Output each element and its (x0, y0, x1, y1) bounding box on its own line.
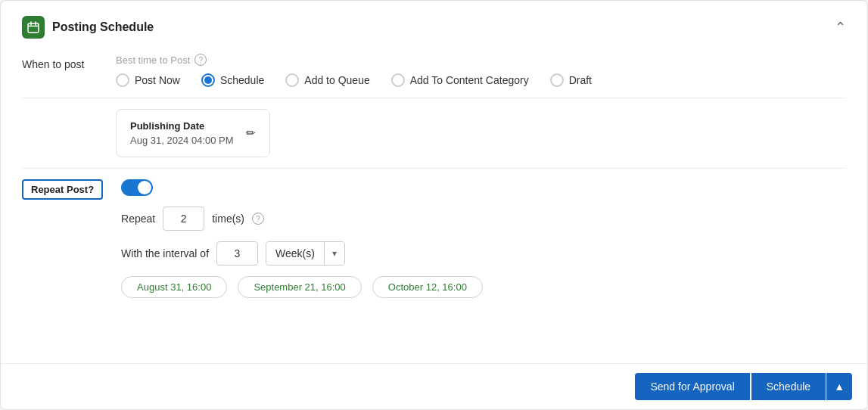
interval-unit-label: Week(s) (266, 242, 325, 265)
option-draft[interactable]: Draft (550, 73, 592, 87)
repeat-value-input[interactable] (163, 207, 204, 231)
when-to-post-label: When to post (22, 54, 98, 70)
posting-schedule-icon (22, 16, 45, 39)
option-schedule-label: Schedule (220, 74, 264, 86)
section-header: Posting Schedule ⌃ (22, 16, 846, 39)
repeat-post-row: Repeat Post? Repeat time(s) ? With the i… (22, 179, 846, 298)
when-to-post-row: When to post Best time to Post ? Post No… (22, 54, 846, 87)
schedule-dropdown-button[interactable]: ▲ (826, 373, 852, 400)
repeat-label: Repeat (121, 213, 155, 225)
date-chip-1[interactable]: August 31, 16:00 (121, 276, 227, 298)
radio-post-now[interactable] (116, 73, 129, 87)
option-add-to-content-category[interactable]: Add To Content Category (391, 73, 529, 87)
send-for-approval-button[interactable]: Send for Approval (635, 373, 749, 400)
footer: Send for Approval Schedule ▲ (1, 363, 867, 409)
option-draft-label: Draft (569, 74, 592, 86)
publishing-date-card: Publishing Date Aug 31, 2024 04:00 PM ✏ (116, 109, 270, 157)
interval-value-input[interactable] (216, 241, 258, 266)
repeat-times-row: Repeat time(s) ? (121, 207, 483, 231)
date-chip-3[interactable]: October 12, 16:00 (372, 276, 483, 298)
option-add-to-content-category-label: Add To Content Category (410, 74, 529, 86)
radio-draft[interactable] (550, 73, 564, 87)
radio-add-to-queue[interactable] (285, 73, 299, 87)
repeat-unit: time(s) (212, 213, 244, 225)
interval-row: With the interval of Week(s) ▾ (121, 241, 483, 266)
interval-label: With the interval of (121, 247, 209, 259)
date-chips: August 31, 16:00 September 21, 16:00 Oct… (121, 276, 483, 298)
divider-2 (22, 168, 846, 169)
publishing-date-value: Aug 31, 2024 04:00 PM (130, 135, 234, 146)
option-add-to-queue-label: Add to Queue (304, 74, 369, 86)
option-schedule[interactable]: Schedule (201, 73, 264, 87)
repeat-post-toggle[interactable] (121, 179, 153, 196)
posting-options-group: Post Now Schedule Add to Queue Add To Co… (116, 73, 846, 87)
svg-rect-0 (28, 23, 39, 33)
repeat-post-label: Repeat Post? (22, 179, 103, 200)
radio-add-to-content-category[interactable] (391, 73, 405, 87)
radio-schedule[interactable] (201, 73, 215, 87)
publishing-date-title: Publishing Date (130, 120, 234, 132)
collapse-button[interactable]: ⌃ (835, 19, 846, 36)
option-add-to-queue[interactable]: Add to Queue (285, 73, 369, 87)
interval-unit-select[interactable]: Week(s) ▾ (266, 241, 345, 266)
divider-1 (22, 98, 846, 98)
schedule-button[interactable]: Schedule (751, 373, 826, 400)
repeat-help-icon[interactable]: ? (252, 213, 264, 225)
section-title: Posting Schedule (52, 20, 154, 34)
publishing-date-section: Publishing Date Aug 31, 2024 04:00 PM ✏ (116, 109, 846, 157)
best-time-help-icon[interactable]: ? (194, 54, 207, 66)
option-post-now-label: Post Now (135, 74, 180, 86)
best-time-label: Best time to Post (116, 54, 190, 66)
option-post-now[interactable]: Post Now (116, 73, 180, 87)
interval-unit-chevron[interactable]: ▾ (325, 242, 344, 265)
publishing-date-edit-icon[interactable]: ✏ (246, 126, 256, 140)
date-chip-2[interactable]: September 21, 16:00 (238, 276, 361, 298)
